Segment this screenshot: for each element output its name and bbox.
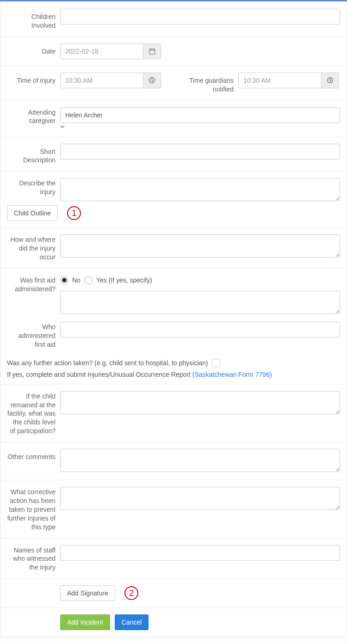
row-actions: Add Incident Cancel <box>0 608 347 637</box>
row-children-involved: Children Involved <box>0 2 347 37</box>
children-involved-input[interactable] <box>60 9 340 25</box>
label-corrective: What corrective action has been taken to… <box>7 487 60 531</box>
clock-icon-button-injury[interactable] <box>143 73 161 88</box>
label-witness: Names of staff who witnessed the injury <box>7 545 60 572</box>
row-who-admin: Who administered first aid <box>0 315 347 356</box>
further-action-checkbox[interactable] <box>212 359 220 367</box>
annotation-1: 1 <box>67 206 81 220</box>
if-yes-text: If yes, complete and submit Injuries/Unu… <box>7 371 192 378</box>
further-action-text: Was any further action taken? (e.g. chil… <box>7 358 208 368</box>
clock-icon-button-guardians[interactable] <box>322 73 339 88</box>
participation-textarea[interactable] <box>60 391 340 414</box>
chevron-down-icon <box>60 124 65 129</box>
row-date: Date <box>0 37 347 66</box>
label-time-injury: Time of injury <box>7 73 60 94</box>
label-first-aid: Was first aid administered? <box>7 275 60 294</box>
row-further-action: Was any further action taken? (e.g. chil… <box>0 356 347 385</box>
row-times: Time of injury Time guardians notified <box>0 66 347 101</box>
add-signature-button[interactable]: Add Signature <box>60 585 115 601</box>
label-short-desc: Short Description <box>7 144 60 165</box>
cancel-button[interactable]: Cancel <box>115 614 149 630</box>
label-time-guardians: Time guardians notified <box>174 73 238 94</box>
calendar-icon <box>149 48 155 55</box>
form-7796-link[interactable]: (Saskatchewan Form 7796) <box>192 371 272 378</box>
first-aid-radio-no[interactable] <box>60 276 68 284</box>
row-add-signature: Add Signature 2 <box>0 579 347 608</box>
radio-no-label: No <box>72 276 81 284</box>
label-describe-injury: Describe the injury <box>7 178 60 196</box>
other-comments-textarea[interactable] <box>60 449 340 472</box>
label-caregiver: Attending caregiver <box>7 107 60 126</box>
label-how-where: How and where did the injury occur <box>7 234 60 262</box>
row-participation: If the child remained at the facility, w… <box>0 385 347 442</box>
add-incident-button[interactable]: Add Incident <box>60 614 110 630</box>
label-date: Date <box>7 43 60 56</box>
time-injury-input[interactable] <box>60 73 143 88</box>
describe-injury-textarea[interactable] <box>60 178 340 201</box>
row-short-desc: Short Description <box>0 137 347 172</box>
row-witness: Names of staff who witnessed the injury <box>0 539 347 579</box>
first-aid-radio-yes[interactable] <box>84 276 93 284</box>
incident-form: Children Involved Date Time of injury <box>0 2 347 637</box>
witness-names-input[interactable] <box>60 545 340 561</box>
clock-icon <box>327 77 333 83</box>
label-who-admin: Who administered first aid <box>7 322 60 349</box>
clock-icon <box>149 77 155 83</box>
calendar-icon-button[interactable] <box>143 43 161 59</box>
row-caregiver: Attending caregiver Helen Archer <box>0 101 347 137</box>
radio-yes-label: Yes (If yes, specify) <box>96 276 152 284</box>
row-first-aid: Was first aid administered? No Yes (If y… <box>0 269 347 315</box>
short-description-input[interactable] <box>60 144 340 159</box>
corrective-textarea[interactable] <box>60 487 340 510</box>
date-input[interactable] <box>60 43 143 59</box>
row-child-outline: Child Outline 1 <box>0 205 347 228</box>
how-where-textarea[interactable] <box>60 234 340 258</box>
annotation-2: 2 <box>124 586 138 600</box>
label-children-involved: Children Involved <box>7 9 60 30</box>
child-outline-button[interactable]: Child Outline <box>7 205 58 221</box>
time-guardians-input[interactable] <box>238 73 322 88</box>
caregiver-select[interactable]: Helen Archer <box>60 107 340 123</box>
row-other-comments: Other comments <box>0 442 347 480</box>
row-describe-injury: Describe the injury <box>0 172 347 205</box>
row-corrective: What corrective action has been taken to… <box>0 480 347 538</box>
first-aid-specify-textarea[interactable] <box>60 291 340 314</box>
who-administered-input[interactable] <box>60 322 340 337</box>
row-how-where: How and where did the injury occur <box>0 228 347 269</box>
label-participation: If the child remained at the facility, w… <box>7 391 60 435</box>
label-other-comments: Other comments <box>7 449 60 461</box>
